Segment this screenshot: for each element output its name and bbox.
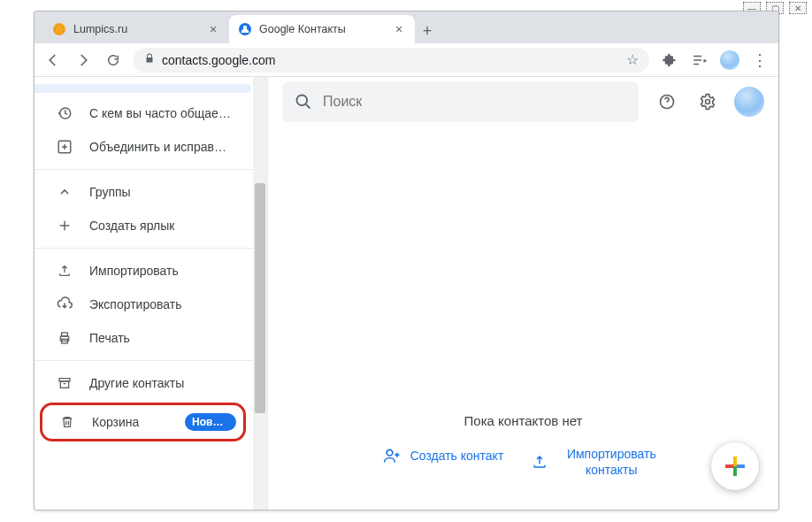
lock-icon [144,53,155,66]
media-control-button[interactable] [686,47,713,73]
window-close-button[interactable]: ✕ [789,2,807,14]
empty-state: Пока контактов нет Создать контакт Импор… [268,127,778,510]
history-icon [56,104,73,122]
scrollbar-thumb[interactable] [255,183,265,413]
print-icon [56,329,73,347]
empty-title: Пока контактов нет [464,413,583,428]
cloud-download-icon [56,296,73,313]
help-button[interactable] [649,84,685,119]
main-header [268,77,778,127]
plus-icon [56,217,73,234]
svg-point-11 [297,96,308,106]
search-input[interactable] [323,94,626,110]
sidebar-divider [34,248,253,249]
sidebar-item-merge-fix[interactable]: Объединить и исправ… [34,130,251,164]
tab-title: Lumpics.ru [73,23,199,35]
extensions-button[interactable] [656,47,683,73]
sidebar-groups-header[interactable]: Группы [34,175,251,209]
upload-icon [56,262,73,280]
archive-icon [56,374,73,392]
tab-google-contacts[interactable]: Google Контакты × [229,15,415,43]
google-contacts-favicon-icon [238,22,252,36]
profile-avatar-icon[interactable] [720,50,739,70]
forward-button[interactable] [70,47,96,73]
sidebar-item-create-label[interactable]: Создать ярлык [34,209,251,242]
sidebar-item-label: Импортировать [89,264,244,278]
tab-strip: Lumpics.ru × Google Контакты × + [34,12,778,43]
bookmark-star-icon[interactable]: ☆ [626,51,639,68]
sidebar-item-frequent[interactable]: С кем вы часто общае… [34,96,251,130]
sidebar: С кем вы часто общае… Объединить и испра… [34,77,268,510]
sidebar-divider [34,169,253,170]
trash-icon [58,413,76,431]
chevron-up-icon [56,183,73,201]
create-contact-button[interactable]: Создать контакт [382,446,504,465]
sidebar-item-label: Группы [89,185,244,199]
import-contacts-button[interactable]: Импортировать контакты [530,446,664,478]
close-icon[interactable]: × [206,22,220,36]
upload-icon [530,452,549,472]
settings-button[interactable] [690,84,725,119]
action-label: Импортировать контакты [558,446,664,478]
svg-point-13 [706,100,710,104]
sidebar-item-print[interactable]: Печать [34,321,251,355]
svg-point-14 [387,449,393,456]
callout-highlight: Корзина Нови… [40,403,246,441]
tab-lumpics[interactable]: Lumpics.ru × [43,15,229,43]
browser-toolbar: contacts.google.com ☆ ⋮ [34,43,778,77]
sidebar-item-label: Создать ярлык [89,219,244,233]
sidebar-item-trash[interactable]: Корзина Нови… [42,405,243,439]
orange-favicon-icon [52,22,66,36]
sidebar-item-label: Корзина [92,415,169,429]
app-body: С кем вы часто общае… Объединить и испра… [34,77,778,510]
empty-actions: Создать контакт Импортировать контакты [382,446,665,478]
close-icon[interactable]: × [392,22,406,36]
sidebar-item-label: Печать [89,331,244,345]
header-actions [649,84,764,119]
new-badge: Нови… [185,413,236,431]
sidebar-item-label: Другие контакты [89,376,244,390]
search-icon [295,93,312,111]
create-contact-fab[interactable] [711,442,759,490]
new-tab-button[interactable]: + [415,19,440,43]
sidebar-item-import[interactable]: Импортировать [34,254,251,288]
sidebar-divider [34,360,253,361]
sidebar-item-contacts-selected[interactable] [34,84,251,93]
sidebar-item-export[interactable]: Экспортировать [34,288,251,321]
back-button[interactable] [40,47,66,73]
action-label: Создать контакт [410,448,504,464]
add-person-icon [382,446,402,465]
tab-title: Google Контакты [259,23,385,35]
sidebar-scrollbar[interactable] [253,77,267,510]
main-area: Пока контактов нет Создать контакт Импор… [268,77,778,510]
google-plus-icon [725,457,745,476]
sidebar-item-label: Объединить и исправ… [89,140,244,154]
svg-rect-10 [60,381,68,388]
svg-rect-7 [62,333,68,336]
sidebar-item-label: С кем вы часто общае… [89,106,244,120]
sidebar-item-label: Экспортировать [89,297,244,311]
url-text: contacts.google.com [162,53,275,67]
merge-fix-icon [56,138,73,156]
browser-window: Lumpics.ru × Google Контакты × + contact… [34,11,779,510]
sidebar-item-other-contacts[interactable]: Другие контакты [34,366,251,400]
address-bar[interactable]: contacts.google.com ☆ [134,48,649,73]
account-avatar-icon[interactable] [734,87,764,117]
search-box[interactable] [282,81,639,122]
browser-menu-button[interactable]: ⋮ [747,47,773,73]
reload-button[interactable] [100,47,126,73]
